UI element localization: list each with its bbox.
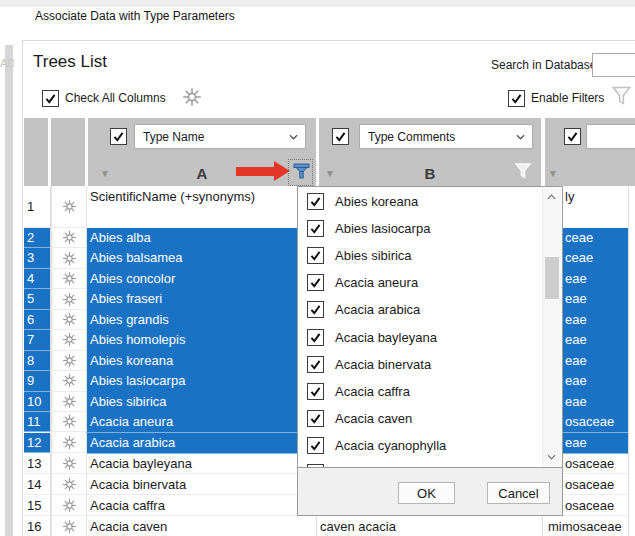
row-number: 16 [24, 516, 50, 536]
row-plant-icon-cell[interactable] [51, 474, 87, 495]
row-plant-icon-cell[interactable] [51, 330, 87, 350]
cell-family[interactable]: eae [565, 433, 587, 453]
check-all-columns-checkbox[interactable] [42, 90, 59, 107]
filter-popup-item[interactable]: Acacia bayleyana [307, 329, 437, 356]
cell-scientific-name[interactable]: Abies balsamea [90, 248, 183, 268]
search-input[interactable] [592, 53, 635, 77]
row-plant-icon-cell[interactable] [51, 289, 87, 309]
column-c-checkbox[interactable] [564, 128, 581, 145]
row-plant-icon-cell[interactable] [51, 453, 87, 474]
row-plant-icon-cell[interactable] [51, 392, 87, 412]
filter-popup-item[interactable]: Abies koreana [307, 193, 418, 220]
filter-popup-item[interactable]: Abies lasiocarpa [307, 220, 430, 247]
background-scrollbar-strip [5, 45, 13, 536]
filter-popup-item[interactable]: Acacia aneura [307, 274, 418, 301]
row-plant-icon-cell[interactable] [51, 516, 87, 536]
cell-scientific-name[interactable]: Acacia binervata [90, 474, 186, 495]
screenshot-root: Associate Data with Type Parameters AD T… [0, 0, 635, 536]
cell-family[interactable]: eae [565, 330, 587, 350]
cell-family[interactable]: eae [565, 310, 587, 330]
window-top-strip [0, 0, 635, 7]
cell-family[interactable]: osaceae [565, 412, 614, 432]
row-plant-icon-cell[interactable] [51, 351, 87, 371]
ok-button[interactable]: OK [398, 482, 455, 504]
cell-scientific-name[interactable]: Acacia bayleyana [90, 453, 192, 474]
cell-type-comments[interactable]: caven acacia [320, 516, 396, 536]
row-plant-icon-cell[interactable] [51, 228, 87, 248]
cell-scientific-name[interactable]: Abies fraseri [90, 289, 162, 309]
filter-popup-item[interactable]: Acacia caffra [307, 383, 410, 410]
cell-family[interactable]: eae [565, 289, 587, 309]
column-a-mapping-dropdown[interactable]: Type Name [134, 124, 306, 149]
popup-scrollbar[interactable] [542, 188, 561, 466]
filter-item-checkbox[interactable] [307, 301, 324, 318]
cell-family[interactable]: eae [565, 269, 587, 289]
filter-popup-item[interactable]: Acacia arabica [307, 301, 420, 328]
column-b-mapping-dropdown[interactable]: Type Comments [359, 124, 533, 149]
plant-wheel-icon [62, 199, 77, 214]
cell-family[interactable]: eae [565, 351, 587, 371]
filter-item-checkbox[interactable] [307, 329, 324, 346]
cancel-button[interactable]: Cancel [487, 482, 550, 504]
checkmark-icon [44, 92, 57, 105]
cell-family[interactable]: osaceae [565, 453, 614, 474]
row-plant-icon-cell[interactable] [51, 248, 87, 268]
row-plant-icon-cell[interactable] [51, 495, 87, 516]
cell-family[interactable]: osaceae [565, 474, 614, 495]
filter-item-label: Acacia caven [335, 411, 412, 426]
filter-popup-item[interactable]: Acacia cyanophylla [307, 437, 446, 464]
dropdown-value: Type Name [143, 130, 204, 144]
cell-family[interactable]: ly [565, 186, 574, 228]
filter-item-label: Acacia binervata [335, 357, 431, 372]
cell-scientific-name[interactable]: ScientificName (+synonyms) [90, 186, 255, 228]
cell-scientific-name[interactable]: Acacia caffra [90, 495, 165, 516]
row-plant-icon-cell[interactable] [51, 433, 87, 453]
cell-scientific-name[interactable]: Abies concolor [90, 269, 175, 289]
filter-item-checkbox[interactable] [307, 383, 324, 400]
filter-item-checkbox[interactable] [307, 247, 324, 264]
cell-family[interactable]: ceae [565, 248, 593, 268]
cell-scientific-name[interactable]: Abies alba [90, 228, 151, 248]
filter-popup-item[interactable]: Abies sibirica [307, 247, 412, 274]
column-a-checkbox[interactable] [110, 128, 127, 145]
plant-wheel-icon [182, 87, 202, 111]
filter-item-checkbox[interactable] [307, 437, 324, 454]
filter-item-checkbox[interactable] [307, 274, 324, 291]
scrollbar-thumb[interactable] [545, 257, 559, 299]
cell-scientific-name[interactable]: Acacia aneura [90, 412, 173, 432]
scroll-up-icon[interactable] [547, 194, 556, 200]
cell-family[interactable]: eae [565, 371, 587, 391]
filter-item-checkbox[interactable] [307, 356, 324, 373]
cell-scientific-name[interactable]: Acacia arabica [90, 433, 175, 453]
cell-scientific-name[interactable]: Abies koreana [90, 351, 173, 371]
checkmark-icon [309, 439, 322, 452]
cell-scientific-name[interactable]: Abies grandis [90, 310, 169, 330]
cell-scientific-name[interactable]: Abies lasiocarpa [90, 371, 185, 391]
row-plant-icon-cell[interactable] [51, 371, 87, 391]
chevron-down-icon [516, 134, 525, 140]
scroll-down-icon[interactable] [547, 454, 556, 460]
cell-scientific-name[interactable]: Acacia caven [90, 516, 167, 536]
cell-family[interactable]: ceae [565, 228, 593, 248]
cell-family[interactable]: mimosaceae [548, 516, 622, 536]
sort-triangle-icon[interactable]: ▼ [548, 169, 558, 179]
column-b-filter-funnel-icon[interactable] [515, 163, 531, 184]
filter-item-label: Acacia aneura [335, 275, 418, 290]
cell-scientific-name[interactable]: Abies sibirica [90, 392, 167, 412]
row-plant-icon-cell[interactable] [51, 269, 87, 289]
filter-item-checkbox[interactable] [307, 410, 324, 427]
cell-scientific-name[interactable]: Abies homolepis [90, 330, 185, 350]
filter-item-checkbox[interactable] [307, 193, 324, 210]
column-c-mapping-dropdown[interactable] [586, 124, 635, 149]
column-b-checkbox[interactable] [332, 128, 349, 145]
cell-family[interactable]: eae [565, 392, 587, 412]
filter-popup-item[interactable]: Acacia binervata [307, 356, 431, 383]
row-plant-icon-cell[interactable] [51, 310, 87, 330]
cell-family[interactable]: osaceae [565, 495, 614, 516]
row-plant-icon-cell[interactable] [51, 186, 87, 228]
filter-item-label: Abies koreana [335, 194, 418, 209]
filter-popup-item[interactable]: Acacia caven [307, 410, 412, 437]
filter-item-checkbox[interactable] [307, 220, 324, 237]
row-plant-icon-cell[interactable] [51, 412, 87, 432]
enable-filters-checkbox[interactable] [508, 90, 525, 107]
